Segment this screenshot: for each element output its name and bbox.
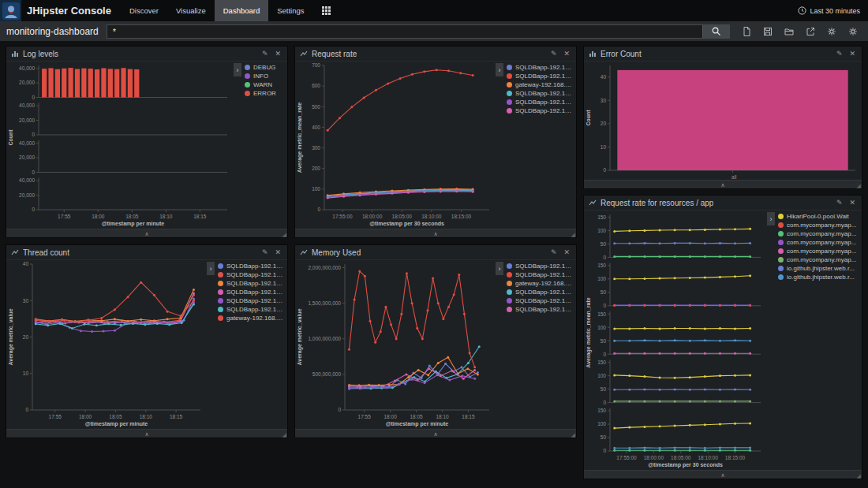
resize-handle[interactable]: ◢ [571, 432, 575, 438]
panel-header[interactable]: Request rate ✎ ✕ [295, 47, 576, 61]
legend-item[interactable]: SQLDBapp-192.168.4... [507, 296, 574, 305]
collapse-chevron-icon[interactable]: ∧ [144, 231, 148, 237]
legend-label: WARN [253, 81, 272, 88]
legend-item[interactable]: com.mycompany.myap... [778, 229, 859, 238]
request-rate-resources-chart[interactable]: 0501001500501001500501001500501001500501… [584, 210, 767, 470]
legend-item[interactable]: SQLDBapp-192.168.4... [218, 270, 285, 279]
panel-header[interactable]: Thread count ✎ ✕ [6, 245, 287, 260]
svg-text:100: 100 [597, 421, 606, 427]
legend-item[interactable]: SQLDBapp-192.168.4... [507, 89, 574, 98]
legend-item[interactable]: com.mycompany.myap... [778, 221, 859, 229]
legend-item[interactable]: io.github.jhipster.web.r... [778, 273, 859, 281]
thread-count-chart[interactable]: 01020304017:5518:0018:0518:1018:15@times… [6, 260, 207, 429]
legend-item[interactable]: SQLDBapp-192.168.4... [507, 288, 574, 296]
legend-toggle-icon[interactable]: › [767, 212, 775, 225]
legend-toggle-icon[interactable]: › [496, 63, 503, 76]
edit-pencil-icon[interactable]: ✎ [260, 249, 270, 256]
edit-pencil-icon[interactable]: ✎ [549, 50, 559, 58]
legend-item[interactable]: gateway-192.168.43.8... [218, 314, 285, 322]
search-button[interactable] [702, 25, 729, 38]
legend-item[interactable]: gateway-192.168.4... [507, 80, 574, 89]
collapse-chevron-icon[interactable]: ∧ [720, 472, 724, 478]
collapse-chevron-icon[interactable]: ∧ [144, 431, 148, 437]
collapse-chevron-icon[interactable]: ∧ [720, 182, 724, 188]
collapse-chevron-icon[interactable]: ∧ [433, 431, 437, 437]
error-count-chart[interactable]: 010203040_allCount [584, 61, 862, 180]
nav-item-visualize[interactable]: Visualize [167, 0, 215, 21]
resize-handle[interactable]: ◢ [282, 432, 286, 438]
legend-item[interactable]: ERROR [245, 89, 285, 98]
legend-item[interactable]: com.mycompany.myap... [778, 247, 859, 255]
svg-text:500: 500 [312, 104, 320, 110]
query-input[interactable] [107, 25, 702, 38]
legend-item[interactable]: SQLDBapp-192.168.4... [507, 262, 574, 270]
legend-item[interactable]: SQLDBapp-192.168.4... [218, 279, 285, 288]
panel-header[interactable]: Log levels ✎ ✕ [6, 47, 287, 61]
nav-item-dashboard[interactable]: Dashboard [215, 0, 268, 21]
brand-title[interactable]: JHipster Console [21, 5, 121, 17]
legend-item[interactable]: SQLDBapp-192.168.4... [218, 296, 285, 305]
legend-item[interactable]: com.mycompany.myap... [778, 238, 859, 247]
legend-toggle-icon[interactable]: › [234, 63, 241, 76]
legend-item[interactable]: HikariPool-0.pool.Wait [778, 212, 859, 221]
panel-header[interactable]: Error Count ✎ ✕ [584, 47, 862, 61]
options-button[interactable] [823, 24, 840, 39]
search-icon [711, 26, 721, 36]
log-levels-chart[interactable]: 020,00040,000020,00040,000020,00040,0000… [6, 61, 234, 229]
nav-item-discover[interactable]: Discover [121, 0, 167, 21]
legend-item[interactable]: SQLDBapp-192.168.4... [507, 72, 574, 80]
edit-pencil-icon[interactable]: ✎ [835, 50, 844, 58]
close-icon[interactable]: ✕ [273, 249, 282, 256]
svg-text:18:10: 18:10 [436, 414, 449, 419]
svg-text:700: 700 [312, 62, 320, 68]
request-rate-chart[interactable]: 010020030040050060070017:55:0018:00:0018… [295, 61, 496, 229]
legend-label: SQLDBapp-192.168.4... [515, 263, 574, 270]
resize-handle[interactable]: ◢ [857, 473, 861, 479]
resize-handle[interactable]: ◢ [857, 183, 861, 188]
legend-toggle-icon[interactable]: › [207, 262, 215, 275]
share-dashboard-button[interactable] [802, 24, 819, 39]
nav-item-settings[interactable]: Settings [268, 0, 312, 21]
panel-request-rate: Request rate ✎ ✕ 01002003004005006007001… [294, 46, 577, 238]
legend-item[interactable]: SQLDBapp-192.168.4... [218, 262, 285, 270]
legend-item[interactable]: com.mycompany.myap... [778, 255, 859, 264]
close-icon[interactable]: ✕ [273, 50, 282, 58]
legend-item[interactable]: gateway-192.168.43.8... [507, 279, 574, 288]
load-dashboard-button[interactable] [780, 24, 798, 39]
close-icon[interactable]: ✕ [562, 50, 571, 58]
legend-item[interactable]: SQLDBapp-192.168.4... [218, 305, 285, 314]
close-icon[interactable]: ✕ [562, 249, 571, 256]
time-filter-button[interactable]: Last 30 minutes [790, 6, 868, 15]
svg-text:18:10: 18:10 [140, 414, 153, 419]
panel-header[interactable]: Request rate for resources / app ✎ ✕ [584, 196, 862, 210]
legend-item[interactable]: SQLDBapp-192.168.4... [507, 98, 574, 106]
legend-item[interactable]: SQLDBapp-192.168.4... [507, 270, 574, 279]
close-icon[interactable]: ✕ [847, 199, 857, 207]
resize-handle[interactable]: ◢ [282, 232, 286, 237]
save-dashboard-button[interactable] [759, 24, 776, 39]
new-dashboard-button[interactable] [738, 24, 755, 39]
svg-text:18:10: 18:10 [159, 214, 173, 219]
legend-item[interactable]: SQLDBapp-192.168.4... [507, 305, 574, 314]
panel-header[interactable]: Memory Used ✎ ✕ [295, 245, 576, 260]
legend-toggle-icon[interactable]: › [496, 262, 503, 275]
legend-item[interactable]: INFO [245, 72, 285, 80]
edit-pencil-icon[interactable]: ✎ [549, 249, 559, 256]
svg-text:150: 150 [597, 263, 606, 268]
edit-pencil-icon[interactable]: ✎ [260, 50, 270, 58]
legend-item[interactable]: SQLDBapp-192.168.4... [218, 288, 285, 296]
legend-item[interactable]: SQLDBapp-192.168.4... [507, 106, 574, 115]
settings-button[interactable] [844, 24, 862, 39]
memory-used-chart[interactable]: 0500,000,0001,000,000,0001,500,000,0002,… [295, 260, 496, 429]
apps-grid-icon[interactable] [313, 0, 339, 21]
legend-item[interactable]: WARN [245, 80, 285, 89]
edit-pencil-icon[interactable]: ✎ [835, 199, 844, 207]
legend-color-dot [778, 240, 784, 245]
legend-item[interactable]: DEBUG [245, 63, 285, 72]
svg-text:40,000: 40,000 [19, 140, 35, 146]
collapse-chevron-icon[interactable]: ∧ [433, 231, 437, 237]
legend-item[interactable]: io.github.jhipster.web.r... [778, 264, 859, 273]
close-icon[interactable]: ✕ [847, 50, 857, 58]
legend-item[interactable]: SQLDBapp-192.168.4... [507, 63, 574, 72]
resize-handle[interactable]: ◢ [571, 232, 575, 237]
